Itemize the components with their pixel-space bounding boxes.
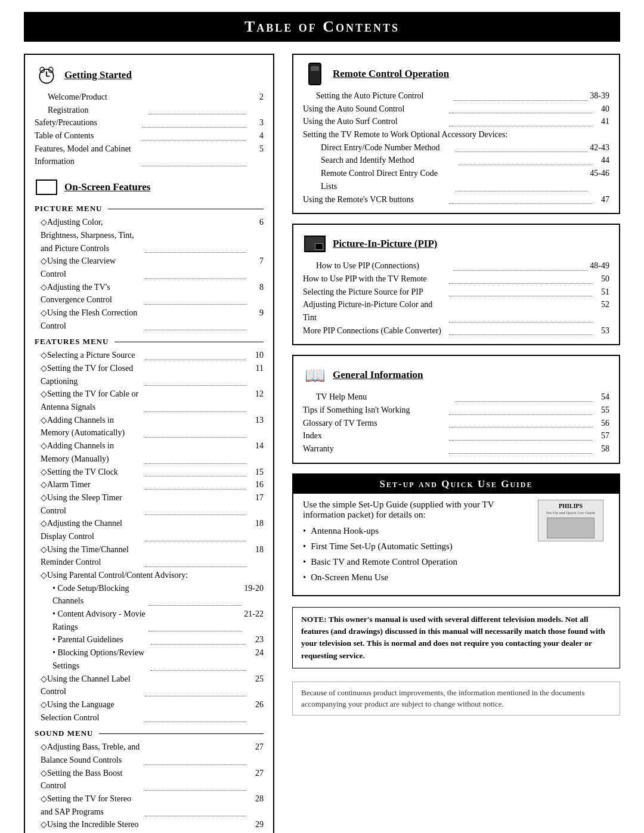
toc-row: ◇Using the Sleep Timer Control 17 [35, 491, 264, 517]
page-title: Table of Contents [244, 18, 400, 35]
toc-page: 52 [595, 298, 609, 324]
toc-label: ◇Setting the TV for Closed Captioning [41, 362, 143, 388]
bullet-icon: • [303, 525, 306, 537]
toc-page: 3 [249, 116, 264, 129]
getting-started-header: Getting Started [35, 63, 264, 87]
toc-dots [142, 129, 247, 141]
toc-row: ◇Using Parental Control/Content Advisory… [35, 569, 264, 582]
toc-row: ◇Selecting a Picture Source 10 [35, 349, 264, 362]
toc-row: Selecting the Picture Source for PIP 51 [303, 286, 609, 299]
toc-dots [145, 741, 247, 764]
toc-page: 13 [249, 414, 264, 439]
toc-page: 10 [249, 349, 264, 362]
toc-dots [145, 466, 247, 477]
toc-row: Glossary of TV Terms 56 [303, 417, 609, 430]
toc-label: ◇Using the Channel Label Control [41, 673, 143, 698]
toc-page: 14 [249, 439, 264, 465]
toc-row: ◇Setting the TV for Closed Captioning 11 [35, 362, 264, 388]
toc-row: • Blocking Options/Review Settings 24 [35, 646, 264, 672]
toc-page: 9 [249, 306, 264, 332]
toc-label: ◇Setting the Bass Boost Control [41, 767, 143, 792]
toc-row: Tips if Something Isn't Working 55 [303, 404, 609, 417]
toc-page: 18 [249, 543, 264, 569]
toc-dots [148, 608, 242, 631]
toc-dots [145, 414, 247, 438]
on-screen-features-title: On-Screen Features [64, 181, 150, 193]
toc-dots [145, 698, 247, 722]
note-bold-text: NOTE: This owner's manual is used with s… [301, 615, 605, 660]
toc-dots [456, 167, 588, 191]
toc-dots [151, 633, 247, 645]
general-info-entries: TV Help Menu 54 Tips if Something Isn't … [303, 391, 609, 455]
bullet-icon: • [303, 571, 306, 584]
toc-page: 2 [249, 91, 264, 116]
toc-row: How to Use PIP (Connections) 48-49 [303, 259, 609, 272]
toc-label: • Parental Guidelines [52, 633, 148, 646]
setup-intro: Use the simple Set-Up Guide (supplied wi… [303, 500, 532, 520]
note-box: NOTE: This owner's manual is used with s… [292, 607, 620, 668]
toc-row: TV Help Menu 54 [303, 391, 609, 404]
toc-dots [449, 404, 593, 415]
toc-page: 23 [249, 633, 264, 646]
toc-dots [145, 281, 247, 305]
setup-item-label: On-Screen Menu Use [311, 571, 388, 584]
toc-dots [148, 91, 247, 114]
toc-label: • Blocking Options/Review Settings [52, 646, 148, 672]
toc-dots [449, 298, 593, 322]
toc-label: More PIP Connections (Cable Converter) [303, 324, 447, 337]
toc-row: ◇Using the Language Selection Control 26 [35, 698, 264, 724]
note-light-box: Because of continuous product improvemen… [292, 682, 620, 716]
bullet-icon: • [303, 540, 306, 553]
toc-label: ◇Alarm Timer [41, 478, 143, 491]
toc-label: TV Help Menu [316, 391, 453, 404]
toc-dots [453, 259, 588, 271]
toc-page: 8 [249, 281, 264, 306]
toc-dots [145, 349, 247, 360]
toc-page: 17 [249, 491, 264, 517]
toc-row: How to Use PIP with the TV Remote 50 [303, 272, 609, 286]
toc-row: ◇Using the Time/Channel Reminder Control… [35, 543, 264, 569]
toc-page: 16 [249, 478, 264, 491]
setup-image: PHILIPS Set-Up and Quick Use Guide [538, 500, 609, 587]
toc-page: 26 [249, 698, 264, 724]
pip-title: Picture-In-Picture (PIP) [333, 238, 437, 250]
toc-row: ◇Adjusting the Channel Display Control 1… [35, 517, 264, 543]
toc-label: • Content Advisory - Movie Ratings [52, 608, 146, 633]
setup-item: • First Time Set-Up (Automatic Settings) [303, 540, 532, 553]
toc-dots [145, 306, 247, 330]
toc-dots [145, 216, 247, 253]
toc-page: 53 [595, 324, 609, 337]
remote-control-entries: Setting the Auto Picture Control 38-39 U… [303, 89, 609, 206]
getting-started-title: Getting Started [64, 69, 132, 81]
toc-page: 51 [595, 286, 609, 299]
toc-label: ◇Using the Time/Channel Reminder Control [41, 543, 143, 569]
toc-label: Remote Control Direct Entry Code Lists [321, 167, 453, 193]
toc-label: Direct Entry/Code Number Method [321, 141, 453, 154]
toc-page: 55 [595, 404, 609, 417]
general-info-title: General Information [333, 369, 423, 381]
toc-page: 18 [249, 517, 264, 543]
setup-title: Set-up and Quick Use Guide [293, 475, 619, 494]
toc-page: 24 [249, 646, 264, 672]
toc-row: ◇Adjusting Color, Brightness, Sharpness,… [35, 216, 264, 255]
toc-page: 11 [249, 362, 264, 388]
page-wrapper: Table of Contents Getting St [0, 0, 644, 833]
toc-label: How to Use PIP with the TV Remote [303, 272, 447, 286]
toc-row: ◇Adding Channels in Memory (Manually) 14 [35, 439, 264, 465]
toc-dots [145, 673, 247, 696]
toc-label: Welcome/Product Registration [48, 91, 146, 116]
toc-row: • Code Setup/Blocking Channels 19-20 [35, 582, 264, 608]
toc-row: ◇Using the Flesh Correction Control 9 [35, 306, 264, 332]
toc-label: ◇Using the Sleep Timer Control [41, 491, 143, 517]
toc-page: 38-39 [590, 89, 609, 103]
toc-label: ◇Adding Channels in Memory (Automaticall… [41, 414, 143, 439]
setup-item: • Antenna Hook-ups [303, 525, 532, 537]
remote-control-box: Remote Control Operation Setting the Aut… [292, 54, 620, 214]
toc-label: Index [303, 429, 447, 442]
toc-label: ◇Adding Channels in Memory (Manually) [41, 439, 143, 465]
toc-page [595, 128, 609, 141]
toc-row: Features, Model and Cabinet Information … [35, 143, 264, 168]
menu-divider [114, 342, 264, 342]
toc-label: Warranty [303, 442, 447, 456]
toc-label: ◇Adjusting the Channel Display Control [41, 517, 143, 543]
